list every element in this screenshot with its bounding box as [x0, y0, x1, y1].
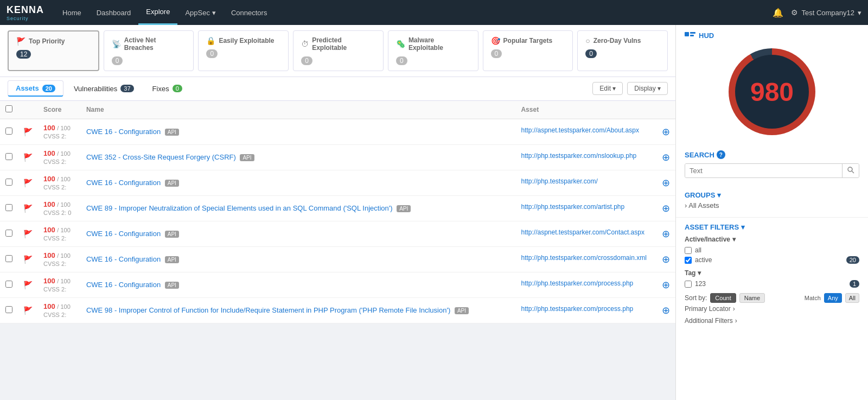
- row-score-max: / 100: [57, 201, 70, 208]
- groups-chevron-icon: ▾: [717, 191, 721, 199]
- filter-active-row: active 20: [685, 255, 859, 265]
- hud-score: 980: [750, 77, 794, 107]
- nav-appsec[interactable]: AppSec ▾: [177, 0, 224, 25]
- asset-filters-title[interactable]: ASSET FILTERS ▾: [685, 223, 859, 231]
- active-inactive-chevron-icon: ▾: [732, 236, 736, 243]
- zero-day-icon: ○: [585, 36, 590, 45]
- search-button[interactable]: [842, 164, 859, 177]
- row-cvss: CVSS 2: 0: [43, 209, 71, 216]
- row-asset-link[interactable]: http://aspnet.testsparker.com/Contact.as…: [521, 228, 644, 236]
- row-flag-icon[interactable]: 🚩: [23, 204, 33, 213]
- search-input[interactable]: [685, 164, 842, 177]
- bell-icon[interactable]: 🔔: [773, 8, 783, 18]
- tag-123-checkbox[interactable]: [685, 281, 692, 288]
- row-score-max: / 100: [57, 252, 70, 259]
- row-asset-link[interactable]: http://php.testsparker.com/crossdomain.x…: [521, 254, 646, 262]
- display-button[interactable]: Display ▾: [627, 82, 668, 95]
- match-any-button[interactable]: Any: [824, 293, 842, 303]
- row-flag-icon[interactable]: 🚩: [23, 179, 33, 187]
- row-score-cell: 100 / 100 CVSS 2:: [38, 246, 81, 272]
- match-all-button[interactable]: All: [845, 293, 859, 303]
- row-asset-link[interactable]: http://php.testsparker.com/nslookup.php: [521, 152, 636, 160]
- tabs-right: Edit ▾ Display ▾: [592, 82, 668, 95]
- row-vuln-name[interactable]: CWE 16 - Configuration: [86, 255, 161, 263]
- row-flag-icon[interactable]: 🚩: [23, 153, 33, 162]
- nav-home[interactable]: Home: [55, 0, 89, 25]
- filter-card-title: Easily Exploitable: [219, 37, 274, 45]
- row-checkbox[interactable]: [5, 281, 12, 288]
- row-flag-icon[interactable]: 🚩: [23, 230, 33, 238]
- row-vuln-name[interactable]: CWE 89 - Improper Neutralization of Spec…: [86, 204, 393, 212]
- row-asset-link[interactable]: http://php.testsparker.com/artist.php: [521, 203, 624, 211]
- row-asset-link[interactable]: http://php.testsparker.com/process.php: [521, 280, 633, 287]
- edit-button[interactable]: Edit ▾: [592, 82, 623, 95]
- row-checkbox[interactable]: [5, 204, 12, 211]
- tab-assets[interactable]: Assets 20: [8, 80, 63, 97]
- company-menu[interactable]: ⚙ Test Company12 ▾: [791, 8, 861, 17]
- row-checkbox[interactable]: [5, 128, 12, 135]
- row-flag-icon[interactable]: 🚩: [23, 128, 33, 136]
- nav-explore[interactable]: Explore: [138, 0, 177, 25]
- row-vuln-name[interactable]: CWE 16 - Configuration: [86, 230, 161, 238]
- active-inactive-title[interactable]: Active/Inactive ▾: [685, 236, 859, 243]
- tab-vulnerabilities[interactable]: Vulnerabilities 37: [66, 81, 142, 97]
- row-flag-icon[interactable]: 🚩: [23, 281, 33, 289]
- filter-all-checkbox[interactable]: [685, 247, 692, 254]
- net-breach-icon: 📡: [112, 40, 121, 48]
- row-vuln-name[interactable]: CWE 98 - Improper Control of Function fo…: [86, 306, 450, 314]
- row-checkbox[interactable]: [5, 255, 12, 262]
- gear-icon: ⚙: [791, 8, 798, 17]
- filter-card-malware-exploitable[interactable]: 🦠 Malware Exploitable 0: [388, 30, 478, 71]
- hud-icon: [685, 32, 695, 40]
- row-navigate-icon[interactable]: ⊕: [662, 304, 670, 316]
- row-navigate-icon[interactable]: ⊕: [662, 253, 670, 265]
- filter-card-easily-exploitable[interactable]: 🔒 Easily Exploitable 0: [198, 30, 289, 71]
- logo-security: Security: [7, 16, 44, 21]
- sort-name-button[interactable]: Name: [739, 293, 765, 303]
- groups-title[interactable]: GROUPS ▾: [685, 191, 859, 199]
- tag-title[interactable]: Tag ▾: [685, 269, 859, 277]
- sort-count-button[interactable]: Count: [710, 293, 736, 303]
- filter-all-label: all: [695, 246, 701, 254]
- row-navigate-icon[interactable]: ⊕: [662, 177, 670, 189]
- filter-card-top-priority[interactable]: 🚩 Top Priority 12: [8, 30, 99, 71]
- search-section: SEARCH ?: [676, 143, 868, 186]
- row-score: 100: [43, 175, 55, 183]
- nav-dashboard[interactable]: Dashboard: [89, 0, 139, 25]
- group-all-assets[interactable]: All Assets: [685, 199, 859, 212]
- table-header-row: Score Name Asset: [0, 101, 675, 119]
- target-icon: 🎯: [491, 36, 500, 45]
- nav-connectors[interactable]: Connectors: [224, 0, 275, 25]
- tab-vuln-label: Vulnerabilities: [74, 85, 117, 93]
- row-asset-link[interactable]: http://aspnet.testsparker.com/About.aspx: [521, 126, 639, 134]
- row-navigate-icon[interactable]: ⊕: [662, 228, 670, 240]
- row-navigate-icon[interactable]: ⊕: [662, 202, 670, 214]
- row-flag-icon[interactable]: 🚩: [23, 306, 33, 315]
- row-vuln-name[interactable]: CWE 16 - Configuration: [86, 128, 161, 136]
- row-asset-link[interactable]: http://php.testsparker.com/: [521, 177, 597, 185]
- row-vuln-name[interactable]: CWE 16 - Configuration: [86, 281, 161, 289]
- row-checkbox[interactable]: [5, 179, 12, 186]
- row-vuln-name[interactable]: CWE 352 - Cross-Site Request Forgery (CS…: [86, 153, 236, 161]
- filter-card-active-net-breaches[interactable]: 📡 Active Net Breaches 0: [104, 30, 194, 71]
- filter-card-zero-day-vulns[interactable]: ○ Zero-Day Vulns 0: [577, 30, 668, 71]
- row-navigate-icon[interactable]: ⊕: [662, 279, 670, 291]
- row-checkbox[interactable]: [5, 153, 12, 160]
- row-flag-icon[interactable]: 🚩: [23, 255, 33, 264]
- row-navigate-icon[interactable]: ⊕: [662, 151, 670, 163]
- filter-active-checkbox[interactable]: [685, 257, 692, 264]
- tab-fixes[interactable]: Fixes 0: [144, 81, 190, 97]
- filter-card-predicted-exploitable[interactable]: ⏱ Predicted Exploitable 0: [293, 30, 384, 71]
- row-navigate-icon[interactable]: ⊕: [662, 126, 670, 138]
- filter-card-popular-targets[interactable]: 🎯 Popular Targets 0: [483, 30, 573, 71]
- primary-locator[interactable]: Primary Locator ›: [685, 303, 859, 315]
- row-checkbox[interactable]: [5, 230, 12, 237]
- additional-filters[interactable]: Additional Filters ›: [685, 315, 859, 327]
- select-all-checkbox[interactable]: [5, 105, 12, 112]
- row-checkbox[interactable]: [5, 306, 12, 313]
- row-checkbox-cell: [0, 195, 18, 221]
- tag-123-row: 123 1: [685, 279, 859, 289]
- row-asset-link[interactable]: http://php.testsparker.com/process.php: [521, 305, 633, 313]
- row-vuln-name[interactable]: CWE 16 - Configuration: [86, 179, 161, 187]
- row-score-max: / 100: [57, 303, 70, 310]
